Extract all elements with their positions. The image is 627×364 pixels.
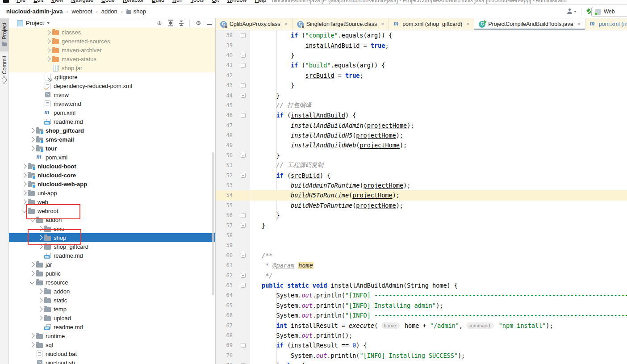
- collapse-all-icon[interactable]: [179, 21, 184, 26]
- menu-item-build[interactable]: Build: [148, 0, 168, 3]
- tree-item-maven-archiver[interactable]: maven-archiver: [9, 46, 215, 54]
- chevron-right-icon[interactable]: [21, 173, 28, 177]
- code-line-50[interactable]: 50 }: [216, 151, 627, 160]
- window-icon[interactable]: [3, 0, 9, 3]
- tree-item-classes[interactable]: classes: [9, 28, 215, 37]
- tree-item-sql[interactable]: sql: [9, 340, 215, 349]
- menu-item-code[interactable]: Code: [97, 0, 119, 3]
- fold-marker-icon[interactable]: [238, 223, 247, 228]
- chevron-right-icon[interactable]: [29, 146, 36, 150]
- tree-item-pom.xml[interactable]: pom.xml: [9, 108, 215, 117]
- chevron-right-icon[interactable]: [37, 316, 44, 320]
- chevron-right-icon[interactable]: [45, 57, 52, 61]
- code-line-41[interactable]: 41 if ("build".equals(arg)) {: [216, 60, 627, 70]
- chevron-right-icon[interactable]: [45, 30, 52, 34]
- chevron-right-icon[interactable]: [37, 236, 44, 239]
- chevron-right-icon[interactable]: [45, 48, 52, 52]
- chevron-right-icon[interactable]: [37, 298, 44, 302]
- chevron-down-icon[interactable]: [21, 209, 28, 212]
- tree-item-jar[interactable]: jar: [9, 260, 215, 269]
- tree-item-tour[interactable]: tour: [9, 144, 215, 153]
- chevron-down-icon[interactable]: [29, 218, 36, 221]
- tree-item-public[interactable]: public: [9, 269, 215, 278]
- menu-item-run[interactable]: Run: [168, 0, 187, 3]
- tree-item-shop.jar[interactable]: shop.jar: [9, 63, 215, 72]
- code-line-61[interactable]: 61 * @param home: [216, 260, 627, 270]
- tree-item-niucloud.bat[interactable]: niucloud.bat: [9, 349, 215, 358]
- code-line-55[interactable]: 55 buildWebToRuntime(projectHome);: [216, 201, 627, 210]
- run-configuration-button[interactable]: Web: [591, 7, 627, 17]
- close-icon[interactable]: ×: [577, 21, 581, 27]
- chevron-right-icon[interactable]: [21, 200, 28, 204]
- tree-item-.gitignore[interactable]: .gitignore: [9, 72, 215, 81]
- code-line-66[interactable]: 66 System.out.println("[INFO] ----------…: [216, 310, 627, 320]
- editor-tab-pom.xml (shop_giftcard)[interactable]: pom.xml (shop_giftcard)×: [389, 18, 474, 30]
- code-line-52[interactable]: 52 if (srcBuild) {: [216, 170, 627, 180]
- chevron-right-icon[interactable]: [29, 343, 36, 347]
- code-line-71[interactable]: 71 } else {: [216, 360, 627, 364]
- tree-item-readme.md[interactable]: readme.md: [9, 251, 215, 260]
- menu-item-file[interactable]: File: [13, 0, 29, 3]
- tree-item-runtime[interactable]: runtime: [9, 331, 215, 340]
- code-line-39[interactable]: 39 installAndBuild = true;: [216, 40, 627, 50]
- code-line-60[interactable]: 60/**: [216, 251, 627, 260]
- chevron-right-icon[interactable]: [21, 182, 28, 186]
- code-line-68[interactable]: 68 System.out.println();: [216, 331, 627, 340]
- fold-marker-icon[interactable]: [238, 33, 247, 38]
- menu-item-navigate[interactable]: Navigate: [67, 0, 97, 3]
- code-line-63[interactable]: 63public static void installAndBuildAdmi…: [216, 280, 627, 290]
- code-line-67[interactable]: 67 int installResult = execute( home: ho…: [216, 320, 627, 330]
- code-line-64[interactable]: 64 System.out.println("[INFO] ----------…: [216, 290, 627, 300]
- hide-panel-icon[interactable]: [207, 24, 212, 25]
- breadcrumb-item-shop[interactable]: shop: [126, 8, 146, 15]
- chevron-right-icon[interactable]: [37, 289, 44, 293]
- chevron-down-icon[interactable]: [29, 281, 36, 284]
- chevron-right-icon[interactable]: [29, 263, 36, 266]
- tool-window-tab-commit[interactable]: Commit: [0, 51, 8, 87]
- fold-marker-icon[interactable]: [238, 253, 247, 258]
- fold-marker-icon[interactable]: [238, 83, 247, 88]
- chevron-right-icon[interactable]: [37, 307, 44, 311]
- code-line-45[interactable]: 45 // 打包编译: [216, 100, 627, 110]
- code-line-43[interactable]: 43 }: [216, 80, 627, 90]
- project-panel-title[interactable]: Project: [26, 20, 44, 26]
- tree-item-niucloud-core[interactable]: niucloud-core: [9, 171, 215, 180]
- code-line-54[interactable]: 54 buildH5ToRuntime(projectHome);: [216, 190, 627, 200]
- fold-marker-icon[interactable]: [238, 113, 247, 118]
- code-line-42[interactable]: 42 srcBuild = true;: [216, 71, 627, 80]
- tree-item-readme.md[interactable]: readme.md: [9, 117, 215, 126]
- code-line-51[interactable]: 51 // 工程源码复制: [216, 160, 627, 170]
- expand-all-icon[interactable]: [168, 20, 173, 26]
- tree-item-dependency-reduced-pom.xml[interactable]: dependency-reduced-pom.xml: [9, 81, 215, 90]
- fold-marker-icon[interactable]: [238, 63, 247, 68]
- editor-tab-ProjectCompileAndBuildTools.java[interactable]: ProjectCompileAndBuildTools.java×: [474, 18, 585, 30]
- code-editor[interactable]: 38 if ("compile".equals(arg)) {39 instal…: [216, 30, 627, 364]
- editor-tab-CglibAopProxy.class[interactable]: CglibAopProxy.class×: [216, 18, 293, 30]
- code-line-62[interactable]: 62 */: [216, 270, 627, 280]
- code-line-57[interactable]: 57}: [216, 220, 627, 230]
- code-line-58[interactable]: 58: [216, 230, 627, 240]
- tree-item-niucloud-boot[interactable]: niucloud-boot: [9, 162, 215, 171]
- chevron-right-icon[interactable]: [29, 334, 36, 338]
- chevron-right-icon[interactable]: [37, 245, 44, 248]
- chevron-right-icon[interactable]: [21, 164, 28, 168]
- tree-item-mvnw[interactable]: mvnw: [9, 90, 215, 99]
- menu-item-window[interactable]: Window: [223, 0, 251, 3]
- fold-marker-icon[interactable]: [238, 343, 247, 348]
- fold-marker-icon[interactable]: [238, 273, 247, 278]
- fold-marker-icon[interactable]: [238, 173, 247, 178]
- close-icon[interactable]: ×: [381, 21, 384, 27]
- chevron-right-icon[interactable]: [21, 191, 28, 195]
- gear-icon[interactable]: ⚙: [195, 20, 201, 26]
- code-line-38[interactable]: 38 if ("compile".equals(arg)) {: [216, 30, 627, 40]
- tool-window-tab-project[interactable]: Project: [0, 18, 8, 51]
- code-line-65[interactable]: 65 System.out.println("[INFO] Installing…: [216, 301, 627, 310]
- close-icon[interactable]: ×: [466, 21, 469, 27]
- tree-item-webroot[interactable]: webroot: [9, 206, 215, 215]
- close-icon[interactable]: ×: [284, 21, 288, 27]
- code-line-59[interactable]: 59: [216, 240, 627, 250]
- tree-item-temp[interactable]: temp: [9, 305, 215, 314]
- code-line-69[interactable]: 69 if (installResult == 0) {: [216, 340, 627, 350]
- menu-item-tools[interactable]: Tools: [187, 0, 208, 3]
- tree-item-web[interactable]: web: [9, 197, 215, 206]
